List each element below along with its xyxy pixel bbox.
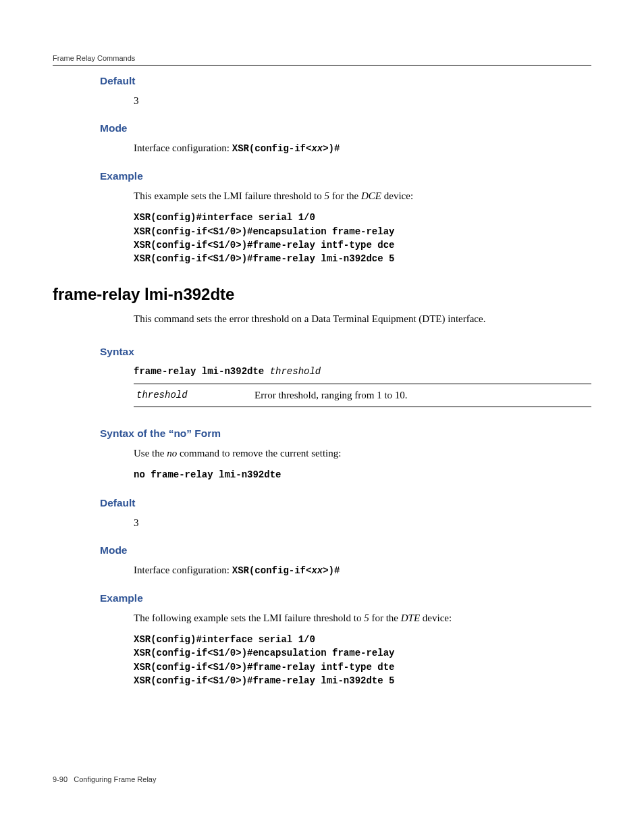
mode-var-2: xx [311,565,323,576]
example-code-2: XSR(config)#interface serial 1/0 XSR(con… [134,633,591,687]
syntax-arg: threshold [270,366,321,377]
syntax-param: threshold [134,390,254,401]
default-value-1: 3 [134,94,591,107]
mode-prompt1-1: XSR(config-if< [232,143,312,154]
default-value-text-2: 3 [134,516,591,529]
ex2-dev: DTE [401,613,420,623]
ex1-t3: device: [381,190,413,201]
mode-line-1: Interface configuration: XSR(config-if<x… [134,141,591,155]
noform-body: Use the no command to remove the current… [134,446,591,482]
mode-var-1: xx [311,143,323,154]
noform-no: no [167,448,177,459]
page-footer: 9-90 Configuring Frame Relay [53,775,591,783]
syntax-cmd: frame-relay lmi-n392dte [134,366,270,377]
example-lead-2: The following example sets the LMI failu… [134,611,591,625]
heading-example-2: Example [100,592,591,604]
syntax-line: frame-relay lmi-n392dte threshold [134,365,591,378]
running-header: Frame Relay Commands [53,54,591,65]
ex2-t2: for the [369,613,401,623]
noform-lead: Use the no command to remove the current… [134,446,591,460]
example-body-1: This example sets the LMI failure thresh… [134,189,591,265]
ex2-t3: device: [420,613,452,623]
heading-mode-1: Mode [100,122,591,134]
example-body-2: The following example sets the LMI failu… [134,611,591,687]
noform-code: no frame-relay lmi-n392dte [134,468,591,481]
example-code-1: XSR(config)#interface serial 1/0 XSR(con… [134,211,591,265]
heading-default-2: Default [100,497,591,509]
page-container: Frame Relay Commands Default 3 Mode Inte… [0,0,644,804]
default-value-text-1: 3 [134,94,591,107]
command-desc: This command sets the error threshold on… [134,312,591,325]
heading-mode-2: Mode [100,544,591,556]
mode-body-1: Interface configuration: XSR(config-if<x… [134,141,591,155]
syntax-row: threshold Error threshold, ranging from … [134,388,591,402]
ex2-val: 5 [364,613,369,623]
header-rule [53,65,591,66]
ex1-t2: for the [329,190,361,201]
heading-no-form: Syntax of the “no” Form [100,427,591,440]
syntax-desc: Error threshold, ranging from 1 to 10. [254,390,591,401]
mode-prompt2-2: >)# [323,565,340,576]
noform-t2: command to remove the current setting: [177,448,341,459]
mode-body-2: Interface configuration: XSR(config-if<x… [134,563,591,577]
ex2-t1: The following example sets the LMI failu… [134,613,364,623]
heading-example-1: Example [100,170,591,182]
syntax-body: frame-relay lmi-n392dte threshold [134,365,591,378]
heading-default-1: Default [100,75,591,87]
noform-t1: Use the [134,448,167,459]
mode-lead-1: Interface configuration: [134,142,232,153]
mode-lead-2: Interface configuration: [134,565,232,575]
ex1-val: 5 [324,190,329,201]
footer-page-number: 9-90 [53,775,68,783]
footer-chapter: Configuring Frame Relay [74,775,156,783]
command-desc-text: This command sets the error threshold on… [134,312,591,325]
ex1-t1: This example sets the LMI failure thresh… [134,190,324,201]
syntax-table: threshold Error threshold, ranging from … [134,384,591,407]
mode-prompt2-1: >)# [323,143,340,154]
heading-syntax: Syntax [100,346,591,358]
mode-line-2: Interface configuration: XSR(config-if<x… [134,563,591,577]
mode-prompt1-2: XSR(config-if< [232,565,312,576]
example-lead-1: This example sets the LMI failure thresh… [134,189,591,203]
ex1-dev: DCE [361,190,381,201]
default-value-2: 3 [134,516,591,529]
command-heading: frame-relay lmi-n392dte [53,285,591,304]
